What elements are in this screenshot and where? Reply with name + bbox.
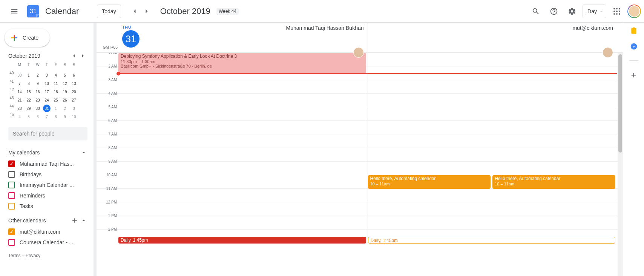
mini-cal-cell: T: [42, 63, 51, 71]
mini-cal-cell[interactable]: 3: [42, 71, 51, 79]
mini-cal-cell[interactable]: 18: [51, 88, 60, 96]
mini-cal-cell[interactable]: 30: [33, 104, 42, 113]
search-people-input[interactable]: [8, 127, 87, 140]
day-column[interactable]: Deploying Symfony Application & Early Lo…: [118, 53, 368, 243]
calendar-item[interactable]: Imamiyyah Calendar ...: [8, 180, 87, 190]
mini-cal-cell[interactable]: 7: [15, 79, 24, 88]
day-column[interactable]: Hello there, Automating calendar10 – 11a…: [368, 53, 617, 243]
mini-cal-cell[interactable]: 5: [60, 71, 69, 79]
mini-next-button[interactable]: [78, 51, 87, 60]
sidebar-resize-handle[interactable]: [94, 23, 97, 276]
mini-cal-cell[interactable]: 8: [24, 79, 33, 88]
mini-cal-cell[interactable]: 19: [60, 88, 69, 96]
calendar-event[interactable]: Daily, 1:45pm: [118, 237, 366, 244]
mini-cal-cell[interactable]: 12: [60, 79, 69, 88]
mini-cal-cell[interactable]: 26: [60, 96, 69, 104]
calendar-checkbox[interactable]: [8, 239, 15, 246]
calendar-item[interactable]: Birthdays: [8, 169, 87, 180]
mini-cal-cell[interactable]: 1: [24, 71, 33, 79]
mini-cal-cell: S: [60, 63, 69, 71]
mini-cal-cell[interactable]: 2: [33, 71, 42, 79]
next-period-button[interactable]: [141, 5, 153, 17]
calendar-checkbox[interactable]: [8, 203, 15, 210]
mini-cal-cell[interactable]: 31: [42, 104, 51, 113]
mini-prev-button[interactable]: [69, 51, 78, 60]
calendar-event[interactable]: Deploying Symfony Application & Early Lo…: [118, 53, 366, 73]
today-button[interactable]: Today: [97, 5, 121, 18]
hour-label: 7 AM: [97, 132, 117, 136]
calendar-checkbox[interactable]: [8, 160, 15, 167]
mini-cal-cell[interactable]: 5: [24, 113, 33, 121]
calendar-item[interactable]: Reminders: [8, 190, 87, 201]
mini-cal-cell[interactable]: 7: [42, 113, 51, 121]
hour-label: 3 AM: [97, 78, 117, 82]
keep-icon[interactable]: [630, 27, 638, 36]
mini-cal-cell[interactable]: 9: [33, 79, 42, 88]
calendar-checkbox[interactable]: [8, 171, 15, 178]
plus-icon: [10, 33, 19, 42]
mini-cal-cell[interactable]: 10: [69, 113, 78, 121]
mini-cal-cell[interactable]: 17: [42, 88, 51, 96]
mini-cal-cell[interactable]: 6: [69, 71, 78, 79]
create-label: Create: [23, 35, 38, 41]
mini-cal-cell[interactable]: 24: [42, 96, 51, 104]
settings-icon[interactable]: [564, 4, 580, 19]
mini-cal-cell[interactable]: 2: [60, 104, 69, 113]
footer-links[interactable]: Terms – Privacy: [0, 249, 94, 262]
day-number[interactable]: 31: [122, 30, 140, 48]
mini-cal-cell: 45: [8, 113, 15, 121]
mini-cal-cell[interactable]: 10: [42, 79, 51, 88]
tasks-icon[interactable]: [630, 43, 638, 51]
mini-cal-cell[interactable]: 1: [51, 104, 60, 113]
side-panel: +: [623, 23, 644, 276]
mini-cal-cell[interactable]: 3: [69, 104, 78, 113]
calendar-checkbox[interactable]: [8, 228, 15, 235]
mini-cal-cell[interactable]: 4: [15, 113, 24, 121]
mini-cal-cell[interactable]: 16: [33, 88, 42, 96]
calendar-checkbox[interactable]: [8, 192, 15, 199]
help-icon[interactable]: [546, 4, 561, 19]
menu-icon[interactable]: [6, 3, 23, 20]
vertical-scrollbar[interactable]: [618, 53, 623, 276]
get-addons-icon[interactable]: +: [631, 70, 636, 80]
mini-cal-cell[interactable]: 21: [15, 96, 24, 104]
my-calendars-toggle[interactable]: My calendars: [8, 146, 87, 159]
calendar-item[interactable]: mut@ciklum.com: [8, 227, 87, 237]
calendar-checkbox[interactable]: [8, 182, 15, 188]
google-apps-icon[interactable]: [609, 4, 624, 19]
mini-cal-cell[interactable]: 22: [24, 96, 33, 104]
mini-cal-cell[interactable]: 6: [33, 113, 42, 121]
add-calendar-icon[interactable]: [71, 217, 78, 224]
mini-cal-cell[interactable]: 23: [33, 96, 42, 104]
mini-cal-cell[interactable]: 20: [69, 88, 78, 96]
scrollbar-thumb[interactable]: [618, 54, 622, 153]
mini-cal-cell[interactable]: 13: [69, 79, 78, 88]
mini-cal-cell[interactable]: 4: [51, 71, 60, 79]
mini-cal-cell[interactable]: 28: [15, 104, 24, 113]
mini-cal-cell[interactable]: 25: [51, 96, 60, 104]
prev-period-button[interactable]: [129, 5, 141, 17]
mini-cal-cell[interactable]: 14: [15, 88, 24, 96]
column-avatar[interactable]: [603, 47, 613, 58]
mini-cal-cell[interactable]: 29: [24, 104, 33, 113]
account-avatar[interactable]: [627, 5, 641, 18]
mini-cal-cell[interactable]: 9: [60, 113, 69, 121]
mini-cal-cell[interactable]: 30: [15, 71, 24, 79]
calendar-item[interactable]: Tasks: [8, 201, 87, 211]
mini-cal-cell[interactable]: 11: [51, 79, 60, 88]
calendar-item[interactable]: Coursera Calendar - ...: [8, 237, 87, 248]
search-icon[interactable]: [528, 4, 543, 19]
column-avatar[interactable]: [353, 47, 364, 58]
other-calendars-label: Other calendars: [8, 217, 46, 224]
search-people-field[interactable]: [13, 131, 83, 137]
create-button[interactable]: Create: [5, 29, 50, 47]
calendar-event[interactable]: Daily, 1:45pm: [368, 237, 616, 244]
calendar-event[interactable]: Hello there, Automating calendar10 – 11a…: [368, 175, 491, 189]
calendar-item[interactable]: Muhammad Taqi Has...: [8, 159, 87, 169]
mini-cal-cell[interactable]: 27: [69, 96, 78, 104]
mini-cal-cell[interactable]: 8: [51, 113, 60, 121]
calendar-event[interactable]: Hello there, Automating calendar10 – 11a…: [492, 175, 615, 189]
other-calendars-toggle[interactable]: Other calendars: [8, 214, 87, 227]
view-switcher[interactable]: Day: [583, 5, 606, 18]
mini-cal-cell[interactable]: 15: [24, 88, 33, 96]
